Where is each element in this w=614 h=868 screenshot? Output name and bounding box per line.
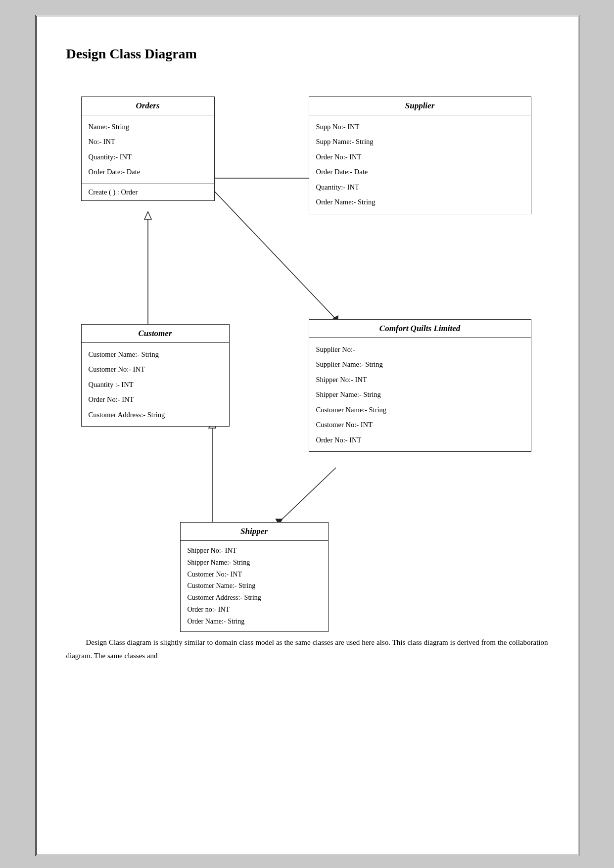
orders-box: Orders Name:- String No:- INT Quantity:-… xyxy=(81,96,215,201)
shipper-attr-6: Order no:- INT xyxy=(188,604,321,616)
shipper-attr-3: Customer No:- INT xyxy=(188,569,321,580)
orders-attr-2: No:- INT xyxy=(89,134,207,149)
shipper-attr-2: Shipper Name:- String xyxy=(188,557,321,569)
shipper-header: Shipper xyxy=(181,523,328,541)
cq-attr-5: Customer Name:- String xyxy=(316,402,524,417)
orders-header: Orders xyxy=(82,97,214,115)
supplier-attr-1: Supp No:- INT xyxy=(316,119,524,134)
shipper-attr-5: Customer Address:- String xyxy=(188,592,321,604)
supplier-attr-2: Supp Name:- String xyxy=(316,134,524,149)
supplier-header: Supplier xyxy=(309,97,531,115)
supplier-attr-6: Order Name:- String xyxy=(316,194,524,209)
orders-attr-4: Order Date:- Date xyxy=(89,164,207,179)
svg-marker-3 xyxy=(144,212,151,219)
comfort-quilts-box: Comfort Quilts Limited Supplier No:- Sup… xyxy=(309,319,531,452)
customer-attr-2: Customer No:- INT xyxy=(89,362,222,377)
customer-box: Customer Customer Name:- String Customer… xyxy=(81,324,230,427)
orders-method-1: Create ( ) : Order xyxy=(89,188,207,196)
shipper-attr-1: Shipper No:- INT xyxy=(188,545,321,557)
supplier-attr-5: Quantity:- INT xyxy=(316,180,524,194)
customer-attr-3: Quantity :- INT xyxy=(89,377,222,392)
cq-attr-6: Customer No:- INT xyxy=(316,417,524,432)
customer-attr-4: Order No:- INT xyxy=(89,392,222,407)
supplier-attr-3: Order No:- INT xyxy=(316,149,524,164)
comfort-quilts-header: Comfort Quilts Limited xyxy=(309,320,531,338)
shipper-box: Shipper Shipper No:- INT Shipper Name:- … xyxy=(180,522,329,632)
svg-line-6 xyxy=(279,468,336,522)
supplier-attr-4: Order Date:- Date xyxy=(316,164,524,179)
customer-attr-1: Customer Name:- String xyxy=(89,347,222,362)
cq-attr-2: Supplier Name:- String xyxy=(316,357,524,372)
orders-attr-3: Quantity:- INT xyxy=(89,149,207,164)
cq-attr-3: Shipper No:- INT xyxy=(316,372,524,387)
orders-attributes: Name:- String No:- INT Quantity:- INT Or… xyxy=(82,115,214,184)
cq-attr-7: Order No:- INT xyxy=(316,433,524,447)
customer-header: Customer xyxy=(82,325,229,343)
shipper-attributes: Shipper No:- INT Shipper Name:- String C… xyxy=(181,541,328,631)
diagram-area: Orders Name:- String No:- INT Quantity:-… xyxy=(66,82,548,626)
page-title: Design Class Diagram xyxy=(66,46,548,62)
cq-attr-1: Supplier No:- xyxy=(316,342,524,357)
supplier-box: Supplier Supp No:- INT Supp Name:- Strin… xyxy=(309,96,531,214)
supplier-attributes: Supp No:- INT Supp Name:- String Order N… xyxy=(309,115,531,214)
customer-attr-5: Customer Address:- String xyxy=(89,407,222,422)
customer-attributes: Customer Name:- String Customer No:- INT… xyxy=(82,343,229,426)
shipper-attr-7: Order Name:- String xyxy=(188,616,321,627)
shipper-attr-4: Customer Name:- String xyxy=(188,580,321,592)
description-text: Design Class diagram is slightly similar… xyxy=(66,636,548,663)
orders-methods: Create ( ) : Order xyxy=(82,184,214,200)
page: Design Class Diagram xyxy=(35,15,579,856)
orders-attr-1: Name:- String xyxy=(89,119,207,134)
cq-attr-4: Shipper Name:- String xyxy=(316,387,524,402)
comfort-quilts-attributes: Supplier No:- Supplier Name:- String Shi… xyxy=(309,338,531,451)
